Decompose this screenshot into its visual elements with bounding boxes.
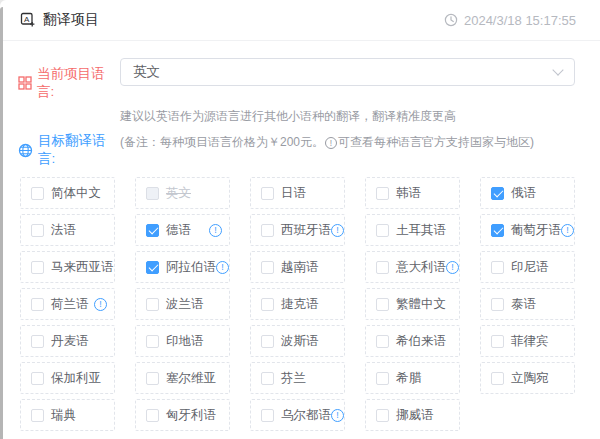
- checkbox[interactable]: [261, 224, 274, 237]
- language-label: 波斯语: [281, 333, 319, 350]
- checkbox[interactable]: [261, 187, 274, 200]
- checkbox-checked[interactable]: [491, 187, 504, 200]
- language-option[interactable]: 阿拉伯语: [135, 251, 230, 283]
- language-option[interactable]: 葡萄牙语: [480, 214, 575, 246]
- translation-project-panel: A 翻译项目 2024/3/18 15:17:55: [0, 0, 600, 439]
- checkbox[interactable]: [31, 224, 44, 237]
- language-option[interactable]: 挪威语: [365, 399, 460, 431]
- language-option[interactable]: 希腊: [365, 362, 460, 394]
- language-label: 阿拉伯语: [166, 259, 216, 276]
- checkbox[interactable]: [31, 372, 44, 385]
- checkbox-checked[interactable]: [146, 224, 159, 237]
- language-label: 挪威语: [396, 407, 434, 424]
- checkbox[interactable]: [31, 187, 44, 200]
- language-option[interactable]: 德语: [135, 214, 230, 246]
- form-content: 当前项目语言: 英文 建议以英语作为源语言进行其他小语种的翻译，翻译精准度更高 …: [0, 41, 600, 439]
- language-option[interactable]: 西班牙语: [250, 214, 345, 246]
- checkbox[interactable]: [491, 261, 504, 274]
- language-label: 日语: [281, 185, 306, 202]
- language-label: 匈牙利语: [166, 407, 216, 424]
- window-left-edge: [0, 7, 3, 439]
- language-label: 土耳其语: [396, 222, 446, 239]
- language-label: 塞尔维亚: [166, 370, 216, 387]
- language-option[interactable]: 简体中文: [20, 177, 115, 209]
- language-option[interactable]: 马来西亚语: [20, 251, 115, 283]
- checkbox[interactable]: [376, 224, 389, 237]
- language-option[interactable]: 韩语: [365, 177, 460, 209]
- checkbox[interactable]: [31, 298, 44, 311]
- language-option[interactable]: 印尼语: [480, 251, 575, 283]
- note-text-pre: (备注：每种项目语言价格为￥200元。: [120, 134, 324, 151]
- source-language-select[interactable]: 英文: [120, 58, 575, 86]
- language-option[interactable]: 意大利语: [365, 251, 460, 283]
- language-option[interactable]: 越南语: [250, 251, 345, 283]
- checkbox[interactable]: [376, 409, 389, 422]
- checkbox[interactable]: [491, 372, 504, 385]
- page-title: 翻译项目: [43, 11, 99, 29]
- language-option[interactable]: 印地语: [135, 325, 230, 357]
- source-language-label-group: 当前项目语言:: [18, 58, 120, 101]
- checkbox[interactable]: [31, 261, 44, 274]
- language-label: 意大利语: [396, 259, 446, 276]
- language-option[interactable]: 俄语: [480, 177, 575, 209]
- language-option[interactable]: 捷克语: [250, 288, 345, 320]
- language-option[interactable]: 波斯语: [250, 325, 345, 357]
- checkbox[interactable]: [376, 298, 389, 311]
- language-option[interactable]: 泰语: [480, 288, 575, 320]
- language-option[interactable]: 法语: [20, 214, 115, 246]
- checkbox[interactable]: [261, 335, 274, 348]
- timestamp: 2024/3/18 15:17:55: [444, 13, 576, 28]
- language-label: 韩语: [396, 185, 421, 202]
- checkbox[interactable]: [376, 372, 389, 385]
- checkbox[interactable]: [146, 372, 159, 385]
- info-icon[interactable]: [331, 224, 344, 237]
- checkbox[interactable]: [261, 372, 274, 385]
- language-label: 法语: [51, 222, 76, 239]
- checkbox[interactable]: [261, 409, 274, 422]
- checkbox[interactable]: [376, 187, 389, 200]
- checkbox[interactable]: [376, 261, 389, 274]
- checkbox[interactable]: [261, 261, 274, 274]
- checkbox-checked[interactable]: [146, 261, 159, 274]
- language-option[interactable]: 菲律宾: [480, 325, 575, 357]
- checkbox[interactable]: [376, 335, 389, 348]
- language-option[interactable]: 芬兰: [250, 362, 345, 394]
- language-option[interactable]: 立陶宛: [480, 362, 575, 394]
- language-option[interactable]: 塞尔维亚: [135, 362, 230, 394]
- info-icon[interactable]: [331, 409, 344, 422]
- info-circle-icon: [325, 137, 337, 149]
- language-option[interactable]: 波兰语: [135, 288, 230, 320]
- language-option[interactable]: 匈牙利语: [135, 399, 230, 431]
- checkbox-checked[interactable]: [491, 224, 504, 237]
- language-option[interactable]: 繁體中文: [365, 288, 460, 320]
- checkbox[interactable]: [146, 335, 159, 348]
- language-option[interactable]: 日语: [250, 177, 345, 209]
- language-option[interactable]: 乌尔都语: [250, 399, 345, 431]
- checkbox[interactable]: [261, 298, 274, 311]
- checkbox[interactable]: [146, 409, 159, 422]
- info-icon[interactable]: [561, 224, 574, 237]
- language-label: 印尼语: [511, 259, 549, 276]
- checkbox[interactable]: [146, 298, 159, 311]
- title-group: A 翻译项目: [20, 11, 99, 29]
- language-option[interactable]: 希伯来语: [365, 325, 460, 357]
- language-option[interactable]: 荷兰语: [20, 288, 115, 320]
- panel-header: A 翻译项目 2024/3/18 15:17:55: [0, 0, 600, 41]
- language-label: 希伯来语: [396, 333, 446, 350]
- language-option[interactable]: 丹麦语: [20, 325, 115, 357]
- source-language-hint: 建议以英语作为源语言进行其他小语种的翻译，翻译精准度更高: [120, 108, 600, 125]
- info-icon[interactable]: [446, 261, 459, 274]
- language-option[interactable]: 瑞典: [20, 399, 115, 431]
- checkbox[interactable]: [31, 335, 44, 348]
- language-option[interactable]: 土耳其语: [365, 214, 460, 246]
- language-label: 丹麦语: [51, 333, 89, 350]
- info-icon[interactable]: [209, 224, 222, 237]
- language-label: 立陶宛: [511, 370, 549, 387]
- checkbox[interactable]: [491, 335, 504, 348]
- language-label: 马来西亚语: [51, 259, 114, 276]
- checkbox[interactable]: [31, 409, 44, 422]
- checkbox[interactable]: [491, 298, 504, 311]
- info-icon[interactable]: [94, 298, 107, 311]
- language-option[interactable]: 保加利亚: [20, 362, 115, 394]
- info-icon[interactable]: [216, 261, 229, 274]
